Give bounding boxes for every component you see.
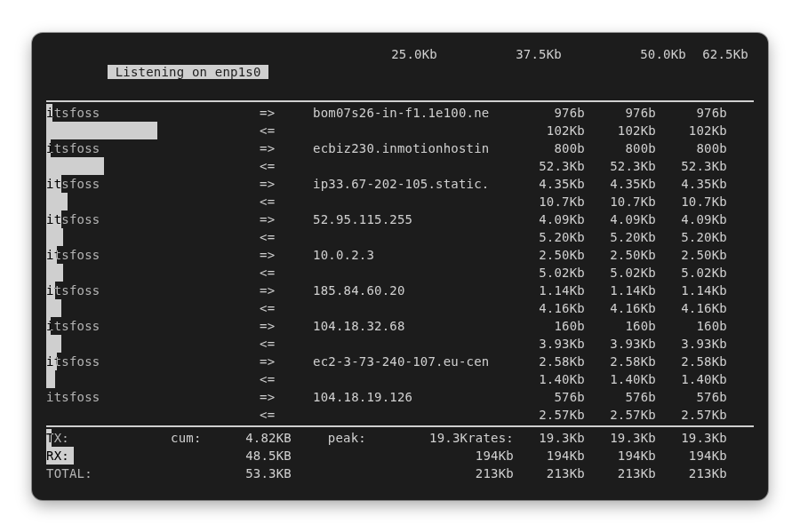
scale-tick: 37.5Kb xyxy=(446,45,571,99)
scale-tick: 25.0Kb xyxy=(313,45,446,99)
rate: 1.40Kb xyxy=(588,370,660,388)
arrow-in-icon: <= xyxy=(260,228,313,246)
listening-label: Listening on enp1s0 xyxy=(46,45,260,99)
rate: 576b xyxy=(517,388,588,406)
rx-rate: 194Kb xyxy=(660,447,731,465)
rate: 800b xyxy=(588,139,660,157)
arrow-in-icon: <= xyxy=(260,193,313,210)
dest-host: bom07s26-in-f1.1e100.ne xyxy=(313,104,517,122)
rate: 10.7Kb xyxy=(517,193,588,210)
tx-rate: 19.3Kb xyxy=(517,429,588,447)
connections-list: itsfoss=>bom07s26-in-f1.1e100.ne976b976b… xyxy=(46,104,754,424)
rate: 160b xyxy=(660,317,731,335)
cum-label: cum: xyxy=(171,429,224,447)
arrow-out-icon: => xyxy=(260,139,313,157)
connection-row: itsfoss=>104.18.32.68160b160b160b xyxy=(46,317,754,335)
rate: 4.09Kb xyxy=(588,210,660,228)
rate: 10.7Kb xyxy=(588,193,660,210)
rate: 800b xyxy=(660,139,731,157)
rate: 1.40Kb xyxy=(660,370,731,388)
divider xyxy=(46,100,754,102)
connection-row: itsfoss=>ec2-3-73-240-107.eu-cen2.58Kb2.… xyxy=(46,353,754,370)
connection-row: itsfoss=>185.84.60.201.14Kb1.14Kb1.14Kb xyxy=(46,282,754,299)
rate: 1.14Kb xyxy=(517,282,588,299)
connection-row: <=5.02Kb5.02Kb5.02Kb xyxy=(46,264,754,282)
connection-row: <=52.3Kb52.3Kb52.3Kb xyxy=(46,157,754,175)
rate: 4.35Kb xyxy=(660,175,731,193)
rate: 1.40Kb xyxy=(517,370,588,388)
connection-row: <=4.16Kb4.16Kb4.16Kb xyxy=(46,299,754,317)
dest-host: 104.18.32.68 xyxy=(313,317,517,335)
dest-host: 185.84.60.20 xyxy=(313,282,517,299)
rate: 976b xyxy=(517,104,588,122)
rate: 2.58Kb xyxy=(660,353,731,370)
connection-row: itsfoss=>bom07s26-in-f1.1e100.ne976b976b… xyxy=(46,104,754,122)
connection-row: <=1.40Kb1.40Kb1.40Kb xyxy=(46,370,754,388)
rate: 976b xyxy=(660,104,731,122)
source-host: itsfoss xyxy=(46,246,260,264)
connection-row: itsfoss=>104.18.19.126576b576b576b xyxy=(46,388,754,406)
arrow-out-icon: => xyxy=(260,175,313,193)
rate: 5.20Kb xyxy=(660,228,731,246)
rate: 4.09Kb xyxy=(517,210,588,228)
total-cum: 53.3KB xyxy=(224,465,295,482)
total-rate: 213Kb xyxy=(517,465,588,482)
arrow-in-icon: <= xyxy=(260,406,313,424)
connection-row: itsfoss=>10.0.2.32.50Kb2.50Kb2.50Kb xyxy=(46,246,754,264)
arrow-out-icon: => xyxy=(260,353,313,370)
arrow-in-icon: <= xyxy=(260,122,313,139)
source-host: itsfoss xyxy=(46,282,260,299)
arrow-in-icon: <= xyxy=(260,157,313,175)
arrow-out-icon: => xyxy=(260,282,313,299)
source-host: itsfoss xyxy=(46,210,260,228)
arrow-out-icon: => xyxy=(260,388,313,406)
rate: 2.50Kb xyxy=(660,246,731,264)
rate: 3.93Kb xyxy=(517,335,588,353)
arrow-in-icon: <= xyxy=(260,370,313,388)
rate: 4.35Kb xyxy=(588,175,660,193)
source-host: itsfoss xyxy=(46,104,260,122)
connection-row: itsfoss=>ecbiz230.inmotionhostin800b800b… xyxy=(46,139,754,157)
arrow-out-icon: => xyxy=(260,246,313,264)
source-host: itsfoss xyxy=(46,317,260,335)
dest-host: 52.95.115.255 xyxy=(313,210,517,228)
rate: 5.02Kb xyxy=(588,264,660,282)
tx-label: TX: xyxy=(46,429,171,447)
rate: 5.20Kb xyxy=(588,228,660,246)
rate: 160b xyxy=(588,317,660,335)
connection-row: <=3.93Kb3.93Kb3.93Kb xyxy=(46,335,754,353)
tx-rate: 19.3Kb xyxy=(588,429,660,447)
rate: 52.3Kb xyxy=(588,157,660,175)
arrow-in-icon: <= xyxy=(260,299,313,317)
connection-row: <=102Kb102Kb102Kb xyxy=(46,122,754,139)
rate: 52.3Kb xyxy=(660,157,731,175)
dest-host: ip33.67-202-105.static. xyxy=(313,175,517,193)
rate: 102Kb xyxy=(588,122,660,139)
source-host: itsfoss xyxy=(46,175,260,193)
source-host: itsfoss xyxy=(46,353,260,370)
connection-row: itsfoss=>ip33.67-202-105.static.4.35Kb4.… xyxy=(46,175,754,193)
rate: 52.3Kb xyxy=(517,157,588,175)
rate: 10.7Kb xyxy=(660,193,731,210)
terminal-window: Listening on enp1s0 25.0Kb 37.5Kb 50.0Kb… xyxy=(32,33,768,500)
source-host: itsfoss xyxy=(46,388,260,406)
rate: 2.57Kb xyxy=(660,406,731,424)
connection-row: <=5.20Kb5.20Kb5.20Kb xyxy=(46,228,754,246)
connection-row: <=10.7Kb10.7Kb10.7Kb xyxy=(46,193,754,210)
scale-tick: 50.0Kb xyxy=(571,45,695,99)
rate: 2.57Kb xyxy=(588,406,660,424)
rate: 2.58Kb xyxy=(517,353,588,370)
rate: 2.50Kb xyxy=(588,246,660,264)
rate: 102Kb xyxy=(660,122,731,139)
arrow-in-icon: <= xyxy=(260,335,313,353)
scale-tick: 62.5Kb xyxy=(695,45,757,99)
rx-cum: 48.5KB xyxy=(224,447,295,465)
rate: 102Kb xyxy=(517,122,588,139)
tx-peak: 19.3Krates: xyxy=(366,429,517,447)
dest-host: ecbiz230.inmotionhostin xyxy=(313,139,517,157)
rate: 4.09Kb xyxy=(660,210,731,228)
rate: 3.93Kb xyxy=(588,335,660,353)
total-rate: 213Kb xyxy=(660,465,731,482)
dest-host: 104.18.19.126 xyxy=(313,388,517,406)
rate: 4.35Kb xyxy=(517,175,588,193)
